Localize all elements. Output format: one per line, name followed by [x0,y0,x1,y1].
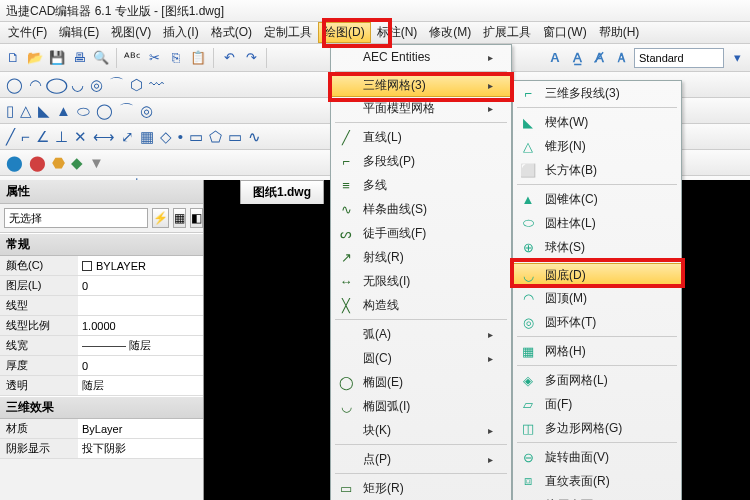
cone-icon[interactable]: ▲ [56,102,71,119]
cross-icon[interactable]: ✕ [74,128,87,146]
menu-help[interactable]: 帮助(H) [593,22,646,43]
sub-dome[interactable]: ◡圆底(D) [512,263,682,287]
drop3-icon[interactable]: ⬣ [52,154,65,172]
menu-format[interactable]: 格式(O) [205,22,258,43]
sub-rulesurf[interactable]: ⧈直纹表面(R) [513,469,681,493]
menu-xline[interactable]: ↔无限线(I) [331,269,511,293]
spline2-icon[interactable]: ∿ [248,128,261,146]
open-icon[interactable]: 📂 [26,49,44,67]
toggle-pane-icon[interactable]: ◧ [190,208,203,228]
prop-value[interactable]: 1.0000 [78,316,203,335]
group-3d[interactable]: 三维效果 [0,396,203,419]
prop-value[interactable]: 0 [78,356,203,375]
dim2-icon[interactable]: ⤢ [121,128,134,146]
menu-edit[interactable]: 编辑(E) [53,22,105,43]
menu-modify[interactable]: 修改(M) [423,22,477,43]
curve-icon[interactable]: 〰 [149,76,164,93]
menu-block[interactable]: 块(K)▸ [331,418,511,442]
prop-value[interactable]: 随层 [78,376,203,395]
new-icon[interactable]: 🗋 [4,49,22,67]
sub-sphere[interactable]: ⊕球体(S) [513,235,681,259]
menu-insert[interactable]: 插入(I) [157,22,204,43]
print-icon[interactable]: 🖶 [70,49,88,67]
prop-row[interactable]: 线型比例1.0000 [0,316,203,336]
paste-icon[interactable]: 📋 [189,49,207,67]
selection-combo[interactable] [4,208,148,228]
prop-value[interactable]: ———— 随层 [78,336,203,355]
save-icon[interactable]: 💾 [48,49,66,67]
prop-value[interactable]: ByLayer [78,419,203,438]
sub-cyl[interactable]: ⬭圆柱体(L) [513,211,681,235]
drop2-icon[interactable]: ⬤ [29,154,46,172]
rect-icon[interactable]: ▭ [228,128,242,146]
copy-icon[interactable]: ⎘ [167,49,185,67]
menu-planar[interactable]: 平面模型网格▸ [331,96,511,120]
prop-row[interactable]: 颜色(C)BYLAYER [0,256,203,276]
perp-icon[interactable]: ⊥ [55,128,68,146]
menu-window[interactable]: 窗口(W) [537,22,592,43]
menu-3dmesh[interactable]: 三维网格(3)▸ [330,73,512,97]
angle-icon[interactable]: ∠ [36,128,49,146]
prop-value[interactable] [78,296,203,315]
menu-arc[interactable]: 弧(A)▸ [331,322,511,346]
pyramid-icon[interactable]: △ [20,102,32,120]
sphere-icon[interactable]: ◯ [96,102,113,120]
prop-row[interactable]: 线宽———— 随层 [0,336,203,356]
redo-icon[interactable]: ↷ [242,49,260,67]
prop-row[interactable]: 阴影显示投下阴影 [0,439,203,459]
circle-icon[interactable]: ◯ [6,76,23,94]
drop1-icon[interactable]: ⬤ [6,154,23,172]
dim1-icon[interactable]: ⟷ [93,128,115,146]
menu-annot[interactable]: 标注(N) [371,22,424,43]
drop4-icon[interactable]: ◆ [71,154,83,172]
text-a3-icon[interactable]: A̸ [590,49,608,67]
box3d-icon[interactable]: ▯ [6,102,14,120]
menu-point[interactable]: 点(P)▸ [331,447,511,471]
point-icon[interactable]: • [178,128,183,145]
ellipse-icon[interactable]: ◯ [45,76,69,94]
sub-cone[interactable]: △锥形(N) [513,134,681,158]
cut-icon[interactable]: ✂ [145,49,163,67]
combo-drop-icon[interactable]: ▾ [728,49,746,67]
undo-icon[interactable]: ↶ [220,49,238,67]
menu-mline[interactable]: ≡多线 [331,173,511,197]
sub-dometop[interactable]: ◠圆顶(M) [513,286,681,310]
cyl-icon[interactable]: ⬭ [77,102,90,120]
select-objects-icon[interactable]: ▦ [173,208,186,228]
menu-aec[interactable]: AEC Entities▸ [331,45,511,69]
arc2-icon[interactable]: ⌒ [109,75,124,94]
menu-line[interactable]: ╱直线(L) [331,125,511,149]
sub-face[interactable]: ▱面(F) [513,392,681,416]
menu-constr[interactable]: ╳构造线 [331,293,511,317]
grid-icon[interactable]: ▦ [140,128,154,146]
prop-row[interactable]: 线型 [0,296,203,316]
dome-icon[interactable]: ⌒ [119,101,134,120]
group-general[interactable]: 常规 [0,233,203,256]
arc-icon[interactable]: ◠ [29,76,42,94]
hex-icon[interactable]: ⬡ [130,76,143,94]
menu-file[interactable]: 文件(F) [2,22,53,43]
donut-icon[interactable]: ◎ [90,76,103,94]
sub-mesh[interactable]: ▦网格(H) [513,339,681,363]
sub-box[interactable]: ⬜长方体(B) [513,158,681,182]
sub-pline3d[interactable]: ⌐三维多段线(3) [513,81,681,105]
menu-circle[interactable]: 圆(C)▸ [331,346,511,370]
menu-custom[interactable]: 定制工具 [258,22,318,43]
drop5-icon[interactable]: ▼ [89,154,104,171]
menu-rect[interactable]: ▭矩形(R) [331,476,511,500]
pline-icon[interactable]: ⌐ [21,128,30,145]
menu-freehand[interactable]: ᔕ徒手画线(F) [331,221,511,245]
menu-draw[interactable]: 绘图(D) [318,22,371,43]
menu-ellipse[interactable]: ◯椭圆(E) [331,370,511,394]
line-icon[interactable]: ╱ [6,128,15,146]
wedge-icon[interactable]: ◣ [38,102,50,120]
sub-revsurf[interactable]: ⊖旋转曲面(V) [513,445,681,469]
text-style-combo[interactable] [634,48,724,68]
prop-row[interactable]: 厚度0 [0,356,203,376]
earc-icon[interactable]: ◡ [71,76,84,94]
sub-extsurf[interactable]: ⬘挤压表面(E) [513,493,681,500]
sub-wedge[interactable]: ◣楔体(W) [513,110,681,134]
sub-polymesh[interactable]: ◫多边形网格(G) [513,416,681,440]
menu-pline[interactable]: ⌐多段线(P) [331,149,511,173]
menu-earc[interactable]: ◡椭圆弧(I) [331,394,511,418]
